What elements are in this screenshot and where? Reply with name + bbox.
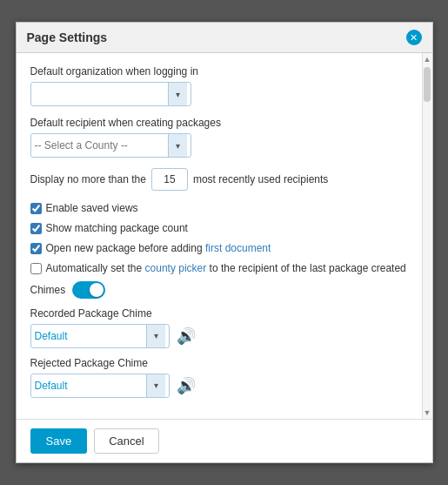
scroll-up-button[interactable]: ▲ [423, 53, 432, 65]
rejected-chime-label: Rejected Package Chime [30, 357, 408, 369]
scrollbar: ▲ ▼ [422, 53, 432, 418]
show-matching-count-checkbox[interactable] [30, 223, 42, 234]
org-label: Default organization when logging in [30, 65, 408, 77]
toggle-knob [90, 283, 104, 297]
county-label: Default recipient when creating packages [30, 117, 408, 129]
open-new-package-checkbox[interactable] [30, 243, 42, 254]
org-field-group: Default organization when logging in ▾ [30, 65, 408, 106]
modal-container: Page Settings ✕ Default organization whe… [16, 22, 433, 462]
recent-label-after: most recently used recipients [193, 173, 328, 185]
save-button[interactable]: Save [30, 428, 88, 454]
rejected-chime-sound-icon[interactable]: 🔊 [177, 376, 196, 395]
recorded-chime-arrow[interactable]: ▾ [146, 325, 165, 347]
scroll-thumb[interactable] [424, 67, 431, 102]
recorded-chime-label: Recorded Package Chime [30, 307, 408, 320]
modal-header: Page Settings ✕ [17, 23, 432, 53]
scroll-down-button[interactable]: ▼ [423, 407, 432, 419]
org-select-box[interactable]: ▾ [30, 82, 191, 106]
recent-number-input[interactable] [151, 168, 188, 191]
rejected-chime-arrow[interactable]: ▾ [146, 374, 165, 397]
auto-county-picker-label: Automatically set the county picker to t… [46, 261, 406, 276]
chimes-toggle[interactable] [72, 281, 105, 299]
recorded-chime-row: Recorded Package Chime ▾ 🔊 [30, 307, 408, 348]
show-matching-count-label: Show matching package count [46, 221, 188, 236]
recorded-chime-input[interactable] [35, 330, 146, 342]
checkbox-row-4: Automatically set the county picker to t… [30, 261, 408, 276]
chimes-row: Chimes [30, 281, 408, 299]
checkbox-row-3: Open new package before adding first doc… [30, 241, 408, 256]
county-field-group: Default recipient when creating packages… [30, 117, 408, 158]
modal-title: Page Settings [27, 30, 108, 44]
modal-content-wrap: Default organization when logging in ▾ D… [17, 53, 432, 418]
county-select-box[interactable]: ▾ [30, 133, 191, 158]
org-input[interactable] [35, 88, 168, 100]
rejected-chime-input[interactable] [35, 380, 146, 392]
county-dropdown-arrow[interactable]: ▾ [168, 134, 187, 157]
rejected-chime-row: Rejected Package Chime ▾ 🔊 [30, 357, 408, 398]
cancel-button[interactable]: Cancel [94, 428, 158, 454]
checkbox-row-2: Show matching package count [30, 221, 408, 236]
chimes-label: Chimes [30, 284, 66, 296]
modal-footer: Save Cancel [17, 419, 432, 462]
county-input[interactable] [35, 139, 168, 152]
rejected-chime-select[interactable]: ▾ [30, 374, 170, 398]
checkbox-row-1: Enable saved views [30, 201, 408, 216]
recent-label-before: Display no more than the [30, 173, 146, 185]
enable-saved-views-label: Enable saved views [46, 201, 138, 216]
auto-county-picker-checkbox[interactable] [30, 263, 42, 274]
org-dropdown-arrow[interactable]: ▾ [168, 83, 187, 105]
rejected-chime-select-row: ▾ 🔊 [30, 374, 408, 398]
recent-row: Display no more than the most recently u… [30, 168, 408, 191]
recorded-chime-select-row: ▾ 🔊 [30, 324, 408, 348]
enable-saved-views-checkbox[interactable] [30, 203, 42, 214]
modal-body: Default organization when logging in ▾ D… [17, 53, 422, 418]
open-new-package-label: Open new package before adding first doc… [46, 241, 271, 256]
close-button[interactable]: ✕ [406, 30, 422, 45]
recorded-chime-select[interactable]: ▾ [30, 324, 170, 348]
recorded-chime-sound-icon[interactable]: 🔊 [177, 327, 196, 346]
